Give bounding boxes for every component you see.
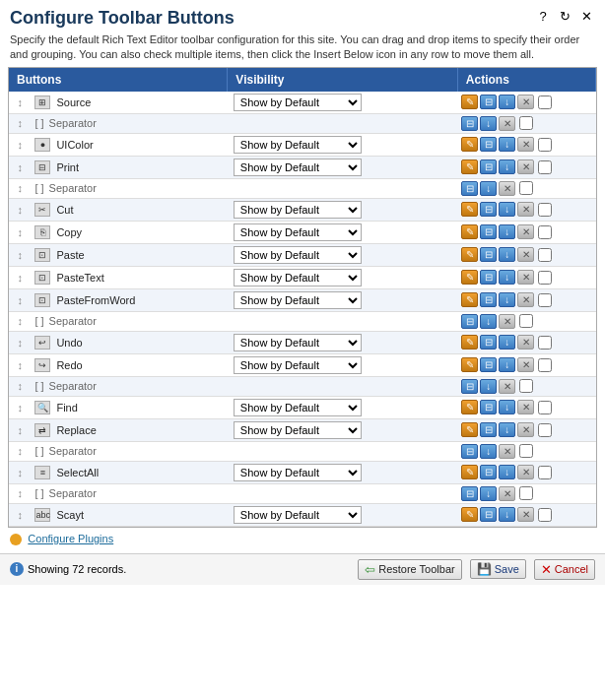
move-down-button[interactable]: ↓ — [499, 400, 515, 414]
edit-button[interactable]: ✎ — [461, 335, 478, 350]
visibility-select[interactable]: Show by DefaultHide by DefaultDisabled — [234, 464, 362, 481]
row-checkbox[interactable] — [538, 423, 552, 437]
edit-button[interactable]: ✎ — [461, 422, 478, 437]
move-down-button[interactable]: ↓ — [480, 181, 497, 196]
row-drag-handle[interactable]: ↕ — [9, 376, 31, 396]
row-checkbox[interactable] — [519, 444, 533, 458]
edit-button[interactable]: ✎ — [461, 202, 478, 217]
help-icon[interactable]: ? — [534, 8, 552, 26]
visibility-select[interactable]: Show by DefaultHide by DefaultDisabled — [234, 291, 362, 309]
visibility-select[interactable]: Show by DefaultHide by DefaultDisabled — [234, 223, 362, 241]
row-drag-handle[interactable]: ↕ — [9, 461, 31, 483]
edit-button[interactable]: ✎ — [461, 270, 478, 285]
group-button[interactable]: ⊟ — [461, 379, 478, 394]
delete-button[interactable]: ✕ — [499, 486, 515, 501]
visibility-select[interactable]: Show by DefaultHide by DefaultDisabled — [234, 399, 362, 416]
edit-button[interactable]: ✎ — [461, 400, 478, 414]
configure-plugins-link[interactable]: Configure Plugins — [28, 533, 113, 544]
delete-button[interactable]: ✕ — [517, 335, 534, 350]
visibility-select[interactable]: Show by DefaultHide by DefaultDisabled — [234, 334, 362, 351]
move-down-button[interactable]: ↓ — [480, 486, 497, 501]
group-button[interactable]: ⊟ — [461, 444, 478, 459]
restore-toolbar-button[interactable]: ⇦ Restore Toolbar — [358, 559, 461, 580]
row-drag-handle[interactable]: ↕ — [9, 483, 31, 503]
delete-button[interactable]: ✕ — [499, 116, 515, 131]
move-down-button[interactable]: ↓ — [499, 202, 515, 217]
refresh-icon[interactable]: ↻ — [556, 8, 573, 26]
move-down-button[interactable]: ↓ — [499, 159, 515, 174]
delete-button[interactable]: ✕ — [499, 379, 515, 394]
move-down-button[interactable]: ↓ — [480, 379, 497, 394]
group-button[interactable]: ⊟ — [480, 202, 497, 217]
row-drag-handle[interactable]: ↕ — [9, 92, 31, 114]
row-drag-handle[interactable]: ↕ — [9, 178, 31, 198]
row-drag-handle[interactable]: ↕ — [9, 266, 31, 288]
row-drag-handle[interactable]: ↕ — [9, 198, 31, 221]
delete-button[interactable]: ✕ — [517, 465, 534, 479]
visibility-select[interactable]: Show by DefaultHide by DefaultDisabled — [234, 94, 362, 111]
row-checkbox[interactable] — [519, 116, 533, 130]
row-checkbox[interactable] — [538, 466, 552, 479]
delete-button[interactable]: ✕ — [517, 247, 534, 262]
row-checkbox[interactable] — [519, 314, 533, 328]
delete-button[interactable]: ✕ — [499, 181, 515, 196]
cancel-button[interactable]: ✕ Cancel — [534, 559, 595, 580]
delete-button[interactable]: ✕ — [517, 422, 534, 437]
group-button[interactable]: ⊟ — [480, 137, 497, 152]
row-checkbox[interactable] — [538, 203, 552, 217]
row-checkbox[interactable] — [538, 138, 552, 152]
visibility-select[interactable]: Show by DefaultHide by DefaultDisabled — [234, 159, 362, 176]
group-button[interactable]: ⊟ — [480, 247, 497, 262]
move-down-button[interactable]: ↓ — [480, 444, 497, 459]
group-button[interactable]: ⊟ — [461, 181, 478, 196]
row-checkbox[interactable] — [538, 336, 552, 350]
edit-button[interactable]: ✎ — [461, 137, 478, 152]
move-down-button[interactable]: ↓ — [480, 116, 497, 131]
delete-button[interactable]: ✕ — [517, 357, 534, 372]
row-drag-handle[interactable]: ↕ — [9, 156, 31, 178]
delete-button[interactable]: ✕ — [517, 270, 534, 285]
row-checkbox[interactable] — [538, 271, 552, 285]
row-checkbox[interactable] — [519, 379, 533, 393]
delete-button[interactable]: ✕ — [517, 95, 534, 109]
edit-button[interactable]: ✎ — [461, 465, 478, 479]
move-down-button[interactable]: ↓ — [499, 95, 515, 109]
row-checkbox[interactable] — [538, 358, 552, 372]
row-drag-handle[interactable]: ↕ — [9, 353, 31, 376]
move-down-button[interactable]: ↓ — [499, 224, 515, 239]
row-drag-handle[interactable]: ↕ — [9, 288, 31, 311]
visibility-select[interactable]: Show by DefaultHide by DefaultDisabled — [234, 201, 362, 219]
row-checkbox[interactable] — [519, 486, 533, 500]
group-button[interactable]: ⊟ — [480, 292, 497, 307]
move-down-button[interactable]: ↓ — [480, 314, 497, 329]
group-button[interactable]: ⊟ — [480, 159, 497, 174]
row-drag-handle[interactable]: ↕ — [9, 311, 31, 331]
row-drag-handle[interactable]: ↕ — [9, 243, 31, 266]
delete-button[interactable]: ✕ — [499, 314, 515, 329]
edit-button[interactable]: ✎ — [461, 224, 478, 239]
move-down-button[interactable]: ↓ — [499, 422, 515, 437]
visibility-select[interactable]: Show by DefaultHide by DefaultDisabled — [234, 269, 362, 286]
group-button[interactable]: ⊟ — [480, 270, 497, 285]
move-down-button[interactable]: ↓ — [499, 465, 515, 479]
group-button[interactable]: ⊟ — [461, 486, 478, 501]
row-checkbox[interactable] — [538, 95, 552, 109]
move-down-button[interactable]: ↓ — [499, 247, 515, 262]
row-drag-handle[interactable]: ↕ — [9, 396, 31, 418]
group-button[interactable]: ⊟ — [461, 314, 478, 329]
visibility-select[interactable]: Show by DefaultHide by DefaultDisabled — [234, 356, 362, 374]
group-button[interactable]: ⊟ — [461, 116, 478, 131]
close-icon[interactable]: ✕ — [577, 8, 595, 26]
row-drag-handle[interactable]: ↕ — [9, 331, 31, 353]
row-checkbox[interactable] — [538, 508, 552, 522]
edit-button[interactable]: ✎ — [461, 95, 478, 109]
move-down-button[interactable]: ↓ — [499, 357, 515, 372]
save-button[interactable]: 💾 Save — [470, 559, 526, 579]
group-button[interactable]: ⊟ — [480, 357, 497, 372]
delete-button[interactable]: ✕ — [517, 292, 534, 307]
visibility-select[interactable]: Show by DefaultHide by DefaultDisabled — [234, 506, 362, 524]
delete-button[interactable]: ✕ — [517, 137, 534, 152]
group-button[interactable]: ⊟ — [480, 422, 497, 437]
delete-button[interactable]: ✕ — [517, 202, 534, 217]
group-button[interactable]: ⊟ — [480, 400, 497, 414]
